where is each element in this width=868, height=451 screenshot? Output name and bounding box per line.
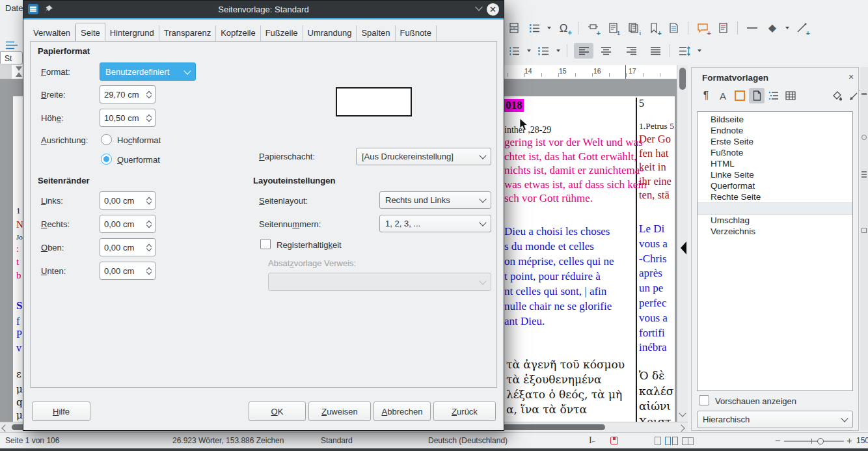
- character-styles-icon[interactable]: A: [715, 88, 731, 103]
- zoom-slider-track[interactable]: [784, 441, 844, 442]
- freehand-line-icon[interactable]: +: [794, 20, 809, 36]
- tab-verwalten[interactable]: Verwalten: [29, 25, 75, 41]
- page-styles-icon[interactable]: [749, 88, 765, 103]
- style-item[interactable]: Endnote: [698, 125, 852, 136]
- oben-input[interactable]: 0,00 cm: [100, 238, 156, 256]
- zurueck-button[interactable]: Zurück: [433, 402, 496, 421]
- basic-shapes-icon[interactable]: ◆: [765, 20, 780, 36]
- links-input[interactable]: 0,00 cm: [100, 191, 156, 210]
- justify-icon[interactable]: [647, 43, 663, 59]
- list-styles-icon[interactable]: [526, 20, 542, 36]
- style-item-selected[interactable]: [698, 202, 852, 215]
- style-item[interactable]: Bildseite: [698, 114, 852, 125]
- zuweisen-button[interactable]: Zuweisen: [308, 402, 371, 421]
- align-center-icon[interactable]: [598, 43, 614, 59]
- tab-fussnote[interactable]: Fußnote: [396, 25, 437, 41]
- style-item[interactable]: Querformat: [698, 180, 852, 191]
- insert-line-icon[interactable]: [744, 20, 760, 36]
- statusbar-pagestyle[interactable]: Standard: [321, 436, 353, 445]
- style-item[interactable]: Verzeichnis: [698, 226, 852, 237]
- bullet-list-dropdown-arrow[interactable]: [527, 49, 531, 52]
- insert-footnote-icon[interactable]: 1: [605, 20, 621, 36]
- track-changes-icon[interactable]: [715, 20, 731, 36]
- abbrechen-button[interactable]: Abbrechen: [373, 402, 431, 421]
- line-spacing-dropdown-arrow[interactable]: [698, 49, 701, 52]
- menu-item-datei[interactable]: Date: [5, 3, 23, 13]
- list-styles-dropdown-arrow[interactable]: [547, 27, 551, 29]
- dialog-titlebar[interactable]: Seitenvorlage: Standard ✕: [23, 1, 504, 18]
- multi-page-view-icon[interactable]: [665, 437, 671, 445]
- bullet-list-icon[interactable]: [506, 43, 522, 59]
- align-left-icon[interactable]: [574, 43, 593, 59]
- tab-fusszeile[interactable]: Fußzeile: [261, 25, 303, 41]
- tab-kopfzeile[interactable]: Kopfzeile: [216, 25, 260, 41]
- insert-field-icon[interactable]: [666, 20, 681, 36]
- vertical-scrollbar-thumb[interactable]: [679, 68, 686, 90]
- insert-bookmark-icon[interactable]: +: [645, 20, 661, 36]
- zoom-in-icon[interactable]: +: [847, 435, 852, 446]
- special-character-icon[interactable]: Ω +: [556, 20, 571, 36]
- single-page-view-icon[interactable]: [655, 437, 661, 445]
- statusbar-wordcount[interactable]: 26.923 Wörter, 153.886 Zeichen: [172, 436, 284, 445]
- insert-endnote-icon[interactable]: i: [625, 20, 641, 36]
- hoehe-input[interactable]: 10,50 cm: [100, 109, 156, 127]
- indent-marker-icon[interactable]: [16, 72, 22, 77]
- show-previews-checkbox[interactable]: [699, 395, 709, 405]
- tab-seite[interactable]: Seite: [75, 23, 105, 41]
- style-item[interactable]: Fußnote: [698, 147, 852, 158]
- style-item[interactable]: Linke Seite: [698, 169, 852, 180]
- zoom-out-icon[interactable]: −: [775, 435, 781, 446]
- scroll-down-icon[interactable]: [679, 409, 686, 417]
- sidebar-tab-icon[interactable]: [861, 171, 867, 172]
- align-right-icon[interactable]: [623, 43, 639, 59]
- table-styles-icon[interactable]: [783, 88, 798, 103]
- querformat-label[interactable]: Querformat: [117, 155, 160, 165]
- style-item[interactable]: Rechte Seite: [698, 191, 852, 202]
- hilfe-button[interactable]: Hilfe: [32, 402, 90, 421]
- format-select[interactable]: Benutzerdefiniert: [100, 62, 196, 81]
- registerhaltigkeit-label[interactable]: Registerhaltigkeit: [277, 240, 342, 250]
- scroll-left-icon[interactable]: [1, 424, 8, 431]
- sidebar-tab-icon[interactable]: [861, 228, 867, 233]
- zoom-slider-handle[interactable]: [817, 438, 824, 444]
- paragraph-style-selector[interactable]: St: [0, 51, 23, 64]
- style-filter-select[interactable]: Hierarchisch: [697, 411, 853, 428]
- numbered-list-icon[interactable]: [536, 43, 551, 59]
- sidebar-tab-icon[interactable]: [861, 93, 867, 95]
- zoom-percent[interactable]: 150: [856, 436, 868, 445]
- line-spacing-icon[interactable]: [677, 43, 692, 59]
- rechts-input[interactable]: 0,00 cm: [100, 215, 156, 233]
- dialog-close-icon[interactable]: ✕: [487, 3, 499, 16]
- sidebar-collapse-icon[interactable]: [681, 241, 686, 254]
- querformat-radio[interactable]: [101, 154, 112, 165]
- tab-transparenz[interactable]: Transparenz: [159, 25, 217, 41]
- list-styles-panel-icon[interactable]: [766, 88, 781, 103]
- unten-input[interactable]: 0,00 cm: [100, 262, 156, 280]
- seitenlayout-select[interactable]: Rechts und Links: [379, 191, 491, 209]
- style-item[interactable]: HTML: [698, 158, 852, 169]
- page-break-icon[interactable]: [506, 20, 522, 36]
- panel-close-icon[interactable]: ×: [848, 72, 854, 82]
- seitennummern-select[interactable]: 1, 2, 3, ...: [379, 215, 491, 232]
- basic-shapes-dropdown-arrow[interactable]: [785, 27, 789, 29]
- selection-mode-icon[interactable]: I⌐: [589, 435, 595, 446]
- registerhaltigkeit-checkbox[interactable]: [260, 239, 271, 249]
- hochformat-label[interactable]: Hochformat: [117, 135, 161, 145]
- ruler-margin-marker[interactable]: [625, 65, 626, 79]
- document-modified-icon[interactable]: [610, 437, 618, 444]
- insert-comment-icon[interactable]: +: [695, 20, 711, 36]
- indent-marker-icon[interactable]: [16, 66, 22, 71]
- scroll-right-icon[interactable]: [677, 424, 685, 431]
- statusbar-language[interactable]: Deutsch (Deutschland): [428, 436, 508, 445]
- numbered-list-dropdown-arrow[interactable]: [556, 49, 560, 52]
- frame-styles-icon[interactable]: [732, 88, 748, 103]
- hochformat-radio[interactable]: [101, 134, 112, 145]
- ok-button[interactable]: OK: [249, 402, 306, 421]
- tab-hintergrund[interactable]: Hintergrund: [105, 25, 159, 41]
- tab-spalten[interactable]: Spalten: [357, 25, 395, 41]
- multi-page-view-icon2[interactable]: [672, 437, 678, 445]
- book-view-icon[interactable]: [682, 437, 694, 445]
- style-item[interactable]: Umschlag: [698, 215, 852, 226]
- fill-format-mode-icon[interactable]: [830, 88, 845, 103]
- style-item[interactable]: Erste Seite: [698, 136, 852, 147]
